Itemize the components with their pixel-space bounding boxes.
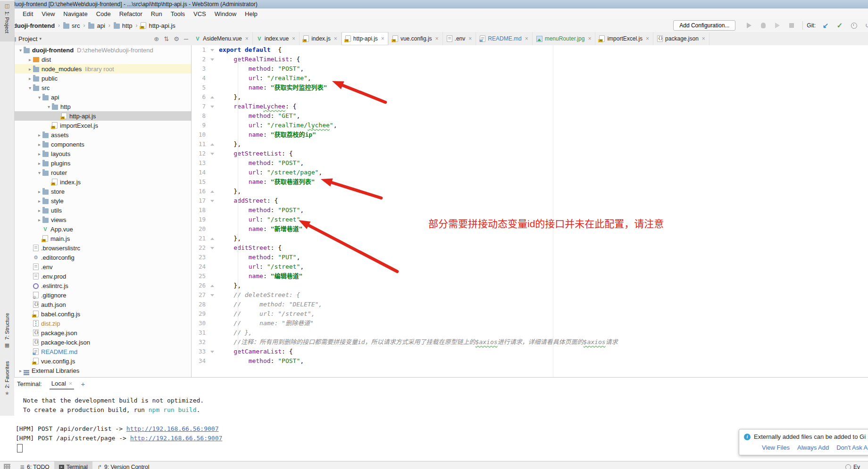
breadcrumb-item-http[interactable]: http (113, 22, 134, 29)
line-number[interactable]: 13 (192, 158, 206, 168)
terminal-link[interactable]: http://192.168.66.56:9007 (130, 435, 223, 442)
code-line[interactable]: 26 }, (192, 281, 868, 290)
code-line[interactable]: 33 getCameraList: { (192, 347, 868, 356)
line-number[interactable]: 30 (192, 319, 206, 328)
code-line[interactable]: 27 // deleteStreet: { (192, 290, 868, 300)
chevron-collapsed-icon[interactable]: ▸ (36, 142, 42, 147)
close-tab-icon[interactable]: × (435, 35, 439, 42)
close-tab-icon[interactable]: × (292, 35, 295, 42)
run-coverage-icon[interactable] (774, 22, 781, 29)
code-line[interactable]: 30 // name: "删除巷道" (192, 319, 868, 328)
chevron-collapsed-icon[interactable]: ▸ (36, 189, 42, 194)
tree-item-plugins[interactable]: ▸plugins (15, 158, 191, 168)
close-tab-icon[interactable]: × (468, 35, 472, 42)
code-line[interactable]: 22 editStreet: { (192, 243, 868, 253)
tree-item-public[interactable]: ▸public (15, 74, 191, 83)
code-line[interactable]: 2 getRealTimeList: { (192, 55, 868, 64)
code-line[interactable]: 7 realTimeLychee: { (192, 102, 868, 111)
tree-item-.env[interactable]: .env (15, 262, 191, 272)
tree-item-duoji-frontend[interactable]: ▾duoji-frontendD:\zheheWeb\duoji-fronten… (15, 45, 191, 55)
code-line[interactable]: 23 method: "PUT", (192, 253, 868, 262)
history-icon[interactable] (850, 22, 858, 29)
editor-tab-http-api.js[interactable]: http-api.js× (342, 32, 389, 45)
fold-collapse-icon[interactable] (210, 153, 214, 155)
line-number[interactable]: 32 (192, 337, 206, 347)
line-number[interactable]: 20 (192, 224, 206, 234)
tree-item-.editorconfig[interactable]: ⚙.editorconfig (15, 253, 191, 262)
chevron-collapsed-icon[interactable]: ▸ (17, 368, 24, 373)
fold-collapse-icon[interactable] (210, 106, 214, 108)
code-line[interactable]: 31 // }, (192, 328, 868, 337)
code-line[interactable]: 11 }, (192, 140, 868, 149)
statusbar-terminal[interactable]: >Terminal (54, 461, 92, 469)
tree-item-style[interactable]: ▸style (15, 196, 191, 206)
tool-button-project[interactable]: ◫ 1: Project (0, 1, 14, 41)
terminal-tab-local[interactable]: Local × (50, 378, 75, 390)
tree-item-router[interactable]: ▾router (15, 168, 191, 177)
fold-marker-icon[interactable] (206, 102, 219, 111)
line-number[interactable]: 19 (192, 215, 206, 224)
menu-code[interactable]: Code (92, 9, 115, 18)
fold-collapse-icon[interactable] (210, 247, 214, 249)
breadcrumb-item-src[interactable]: src (62, 22, 81, 29)
project-tree[interactable]: ▾duoji-frontendD:\zheheWeb\duoji-fronten… (15, 45, 191, 377)
fold-end-icon[interactable] (210, 238, 214, 240)
fold-marker-icon[interactable] (206, 149, 219, 158)
line-number[interactable]: 9 (192, 121, 206, 130)
menu-view[interactable]: View (37, 9, 59, 18)
project-panel-title[interactable]: Project ▾ (10, 35, 42, 42)
statusbar-9-version-control[interactable]: ↱9: Version Control (92, 461, 154, 469)
tree-item-api[interactable]: ▾api (15, 92, 191, 102)
notification-link-don't-ask-agai[interactable]: Don't Ask Agai (836, 444, 868, 451)
editor-tab-importExcel.js[interactable]: importExcel.js× (595, 32, 653, 45)
line-number[interactable]: 1 (192, 45, 206, 55)
code-line[interactable]: 25 name: "编辑巷道" (192, 272, 868, 281)
fold-end-icon[interactable] (210, 143, 214, 146)
line-number[interactable]: 29 (192, 309, 206, 319)
menu-edit[interactable]: Edit (18, 9, 37, 18)
code-line[interactable]: 17 addStreet: { (192, 196, 868, 206)
chevron-collapsed-icon[interactable]: ▸ (36, 217, 42, 222)
tree-item-package.json[interactable]: package.json (15, 328, 191, 337)
line-number[interactable]: 28 (192, 300, 206, 309)
chevron-expanded-icon[interactable]: ▾ (46, 104, 52, 109)
code-line[interactable]: 8 method: "GET", (192, 111, 868, 121)
line-number[interactable]: 11 (192, 140, 206, 149)
chevron-collapsed-icon[interactable]: ▸ (36, 161, 42, 166)
line-number[interactable]: 4 (192, 74, 206, 83)
tree-item-components[interactable]: ▸components (15, 140, 191, 149)
line-number[interactable]: 21 (192, 234, 206, 243)
line-number[interactable]: 12 (192, 149, 206, 158)
close-icon[interactable]: × (69, 380, 73, 387)
code-line[interactable]: 34 method: "POST", (192, 356, 868, 366)
line-number[interactable]: 15 (192, 177, 206, 187)
event-log-button[interactable]: Ev (845, 461, 868, 469)
fold-marker-icon[interactable] (206, 243, 219, 253)
git-update-icon[interactable]: ↙ (822, 22, 829, 29)
tree-item-main.js[interactable]: main.js (15, 234, 191, 243)
line-number[interactable]: 8 (192, 111, 206, 121)
line-number[interactable]: 34 (192, 356, 206, 366)
fold-marker-icon[interactable] (206, 196, 219, 206)
chevron-expanded-icon[interactable]: ▾ (17, 48, 24, 53)
tree-item-.gitignore[interactable]: .gitignore (15, 290, 191, 300)
fold-collapse-icon[interactable] (210, 200, 214, 202)
chevron-expanded-icon[interactable]: ▾ (36, 95, 42, 100)
line-number[interactable]: 26 (192, 281, 206, 290)
tree-item-babel.config.js[interactable]: babel.config.js (15, 309, 191, 319)
fold-marker-icon[interactable] (206, 45, 219, 55)
editor-tab-index.vue[interactable]: Vindex.vue× (253, 32, 300, 45)
menu-help[interactable]: Help (241, 9, 262, 18)
chevron-collapsed-icon[interactable]: ▸ (27, 66, 33, 72)
tree-item-auth.json[interactable]: auth.json (15, 300, 191, 309)
line-number[interactable]: 7 (192, 102, 206, 111)
chevron-collapsed-icon[interactable]: ▸ (27, 57, 33, 62)
line-number[interactable]: 14 (192, 168, 206, 177)
tree-item-vue.config.js[interactable]: vue.config.js (15, 356, 191, 366)
tree-item-dist.zip[interactable]: dist.zip (15, 319, 191, 328)
tree-item-assets[interactable]: ▸assets (15, 130, 191, 140)
chevron-expanded-icon[interactable]: ▾ (36, 170, 42, 175)
line-number[interactable]: 24 (192, 262, 206, 272)
editor-tab-menuRouter.jpg[interactable]: menuRouter.jpg× (533, 32, 596, 45)
menu-refactor[interactable]: Refactor (115, 9, 147, 18)
